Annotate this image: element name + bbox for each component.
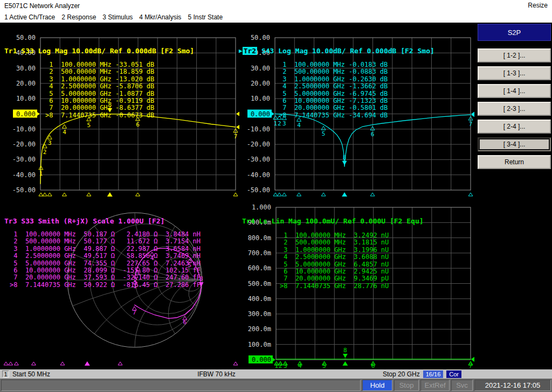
active-marker-symbol[interactable] <box>343 354 348 358</box>
marker-table-row: 6 10.000000 GHz -7.1323 dB <box>279 97 388 104</box>
marker-indicator[interactable] <box>14 362 18 365</box>
marker-table-row: 7 20.000000 GHz 37.593 Ω -32.140 Ω 247.6… <box>10 274 201 281</box>
marker-indicator[interactable] <box>39 193 43 196</box>
marker-table-row: 7 20.000000 GHz -8.6377 dB <box>45 104 154 111</box>
active-trace-indicator-icon: ▶ <box>239 47 243 54</box>
svg-text:4: 4 <box>63 129 66 136</box>
marker-table-row: 1 100.00000 MHz -33.051 dB <box>45 61 154 68</box>
marker-indicator[interactable] <box>282 193 286 196</box>
softkey-button-1-4[interactable]: [ 1-4 ]... <box>478 84 551 98</box>
marker-indicator[interactable] <box>370 193 375 196</box>
active-marker-indicator[interactable] <box>107 192 113 197</box>
svg-text:0.000: 0.000 <box>252 356 271 363</box>
marker-indicator[interactable] <box>321 193 326 196</box>
marker-indicator[interactable] <box>233 362 238 365</box>
marker-table-row: 6 10.000000 GHz 28.099 Ω -155.80 Ω 102.1… <box>10 267 201 274</box>
marker-indicator[interactable] <box>277 193 281 196</box>
marker-indicator[interactable] <box>62 193 66 196</box>
svg-text:10.00: 10.00 <box>16 95 36 102</box>
marker-indicator[interactable] <box>468 193 473 196</box>
softkey-button-3-4[interactable]: [ 3-4 ]... <box>478 137 551 151</box>
menu-item-4[interactable]: 4 Mkr/Analysis <box>139 13 181 21</box>
active-marker-symbol[interactable] <box>342 161 347 165</box>
averaging-count-badge: 16/16 <box>423 370 444 378</box>
window-title: E5071C Network Analyzer <box>4 2 80 10</box>
marker-table-row: 2 500.00000 MHz -0.0883 dB <box>279 68 388 75</box>
svg-text:6: 6 <box>183 319 187 326</box>
menu-item-3[interactable]: 3 Stimulus <box>102 13 133 21</box>
marker-table-row: 1 100.00000 MHz 50.187 Ω 2.4180 Ω 3.8484… <box>10 231 201 238</box>
svg-text:-10.00: -10.00 <box>247 125 270 133</box>
marker-indicator[interactable] <box>43 193 47 196</box>
reference-line-pointer <box>271 112 274 116</box>
marker-indicator[interactable] <box>233 193 238 196</box>
marker-table-row: 1 100.00000 MHz -0.0183 dB <box>279 61 388 68</box>
marker-indicator[interactable] <box>87 193 91 196</box>
svg-text:10.00: 10.00 <box>251 95 270 102</box>
svg-text:-50.00: -50.00 <box>12 186 36 194</box>
marker-symbol[interactable] <box>62 124 66 128</box>
marker-table-row: 7 20.000000 GHz -0.5801 dB <box>279 104 388 111</box>
marker-table-row: 5 5.0000000 GHz -6.9745 dB <box>279 90 388 97</box>
resize-control[interactable]: Resize <box>528 0 548 11</box>
active-marker-indicator[interactable] <box>85 361 90 366</box>
marker-table-row: 6 10.000000 GHz 2.9425 nU <box>280 268 389 275</box>
svg-text:30.00: 30.00 <box>16 65 36 72</box>
marker-indicator[interactable] <box>273 193 278 196</box>
marker-indicator[interactable] <box>136 193 140 196</box>
tr4-marker-table: 1 100.00000 MHz 3.2492 nU 2 500.00000 MH… <box>280 232 389 290</box>
marker-table-row: 3 1.0000000 GHz 3.1996 nU <box>280 247 389 254</box>
tr2-title: ▶Tr2 S43 Log Mag 10.00dB/ Ref 0.000dB [F… <box>239 47 434 55</box>
marker-indicator[interactable] <box>60 362 65 365</box>
tr4-title: Tr4 Ls Lin Mag 100.0mU/ Ref 0.000U [F2 E… <box>242 217 424 225</box>
menu-item-5[interactable]: 5 Instr State <box>188 13 223 21</box>
tr1-title: Tr1 S33 Log Mag 10.00dB/ Ref 0.000dB [F2… <box>4 47 194 55</box>
svg-text:7: 7 <box>469 121 473 128</box>
svg-text:50.00: 50.00 <box>251 34 270 41</box>
marker-indicator[interactable] <box>297 193 301 196</box>
svg-text:-20.00: -20.00 <box>12 141 36 148</box>
tr4-trace <box>276 359 471 359</box>
marker-table-row: 5 5.0000000 GHz 6.4857 nU <box>280 261 389 268</box>
menu-item-1[interactable]: 1 Active Ch/Trace <box>4 13 55 21</box>
extref-indicator: ExtRef <box>420 380 450 391</box>
softkey-button-return[interactable]: Return <box>478 155 551 169</box>
message-area <box>1 380 361 391</box>
svg-text:800.0m: 800.0m <box>248 234 271 242</box>
svg-text:200.0m: 200.0m <box>248 325 271 333</box>
start-frequency-label: Start 50 MHz <box>12 370 50 378</box>
svg-text:5: 5 <box>87 122 91 129</box>
menu-bar: 1 Active Ch/Trace2 Response3 Stimulus4 M… <box>0 12 552 23</box>
marker-table-row: 5 5.0000000 GHz -1.0877 dB <box>45 90 154 97</box>
marker-table-row: 6 10.000000 GHz -0.9119 dB <box>45 97 154 104</box>
svg-text:1: 1 <box>39 170 43 177</box>
application-window: E5071C Network Analyzer Resize 1 Active … <box>0 0 552 392</box>
tr1-marker-table: 1 100.00000 MHz -33.051 dB 2 500.00000 M… <box>45 61 154 119</box>
tr2-title-prefix: Tr2 <box>243 47 257 55</box>
channel-window: 50.0040.0030.0020.0010.000.000-10.00-20.… <box>0 23 477 369</box>
marker-table-row: 2 500.00000 MHz 50.177 Ω 11.672 Ω 3.7154… <box>10 238 201 245</box>
softkey-panel: S2P [ 1-2 ]...[ 1-3 ]...[ 1-4 ]...[ 2-3 … <box>477 23 552 369</box>
svg-text:700.0m: 700.0m <box>248 249 271 257</box>
menu-item-2[interactable]: 2 Response <box>61 13 96 21</box>
ifbw-label: IFBW 70 kHz <box>197 370 236 378</box>
softkey-button-1-3[interactable]: [ 1-3 ]... <box>478 66 551 80</box>
svg-text:50.00: 50.00 <box>16 34 36 41</box>
reference-line-pointer <box>272 358 275 362</box>
svg-text:0.000: 0.000 <box>16 110 36 118</box>
marker-indicator[interactable] <box>4 362 8 365</box>
marker-indicator[interactable] <box>9 362 13 365</box>
softkey-button-2-3[interactable]: [ 2-3 ]... <box>478 102 551 116</box>
active-marker-indicator[interactable] <box>342 361 348 366</box>
datetime-display: 2021-12-16 17:05 <box>474 380 551 391</box>
marker-indicator[interactable] <box>118 362 122 365</box>
softkey-button-1-2[interactable]: [ 1-2 ]... <box>478 48 551 62</box>
marker-symbol[interactable] <box>273 116 278 120</box>
active-marker-indicator[interactable] <box>342 192 347 197</box>
svg-text:1: 1 <box>274 120 278 127</box>
softkey-button-2-4[interactable]: [ 2-4 ]... <box>478 120 551 134</box>
tr2-title-rest: S43 Log Mag 10.00dB/ Ref 0.000dB [F2 Smo… <box>257 47 434 55</box>
trigger-state-indicator: Hold <box>362 380 392 391</box>
marker-indicator[interactable] <box>47 193 52 196</box>
marker-indicator[interactable] <box>31 362 36 365</box>
